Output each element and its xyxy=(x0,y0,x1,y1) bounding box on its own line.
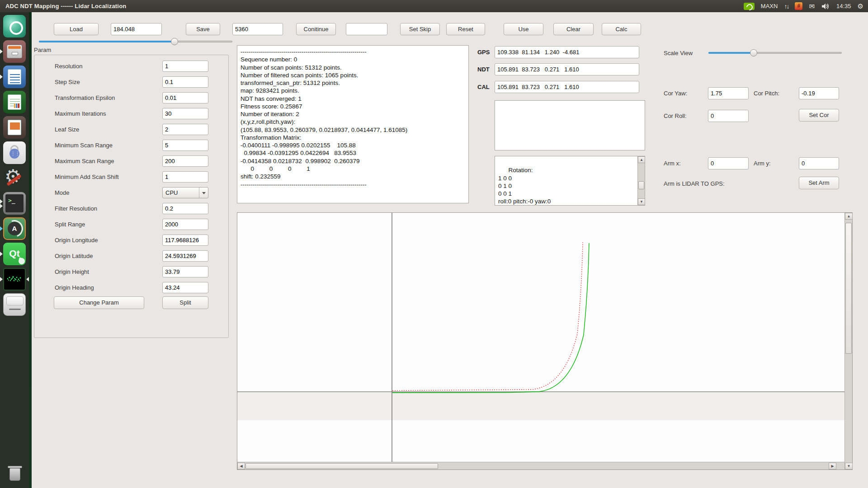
rotation-textview: Rotation: 1 0 0 0 1 0 0 0 1 roll:0 pitch… xyxy=(495,156,645,206)
dock-item-terminal[interactable]: >>__ xyxy=(0,192,29,215)
session-gear-icon[interactable]: ⚙ xyxy=(858,2,863,10)
origin-heading-input[interactable] xyxy=(162,282,208,293)
launcher-dock: ⚙ >>__ A Qt xyxy=(0,12,29,488)
scroll-up-icon[interactable]: ▲ xyxy=(845,213,853,220)
load-button[interactable]: Load xyxy=(54,23,99,35)
reset-button[interactable]: Reset xyxy=(446,23,485,35)
maximum-scan-range-input[interactable] xyxy=(162,155,208,167)
arm-y-input[interactable] xyxy=(799,157,839,169)
origin-longitude-input[interactable] xyxy=(162,235,208,246)
step-size-input[interactable] xyxy=(162,76,208,88)
sequence-slider-thumb[interactable] xyxy=(171,38,178,45)
continue-button[interactable]: Conitinue xyxy=(296,23,336,35)
libreoffice-writer-icon xyxy=(3,66,26,88)
save-button[interactable]: Save xyxy=(186,23,220,35)
chevron-down-icon xyxy=(199,188,208,198)
dock-item-trash[interactable] xyxy=(0,461,29,486)
plot-horizontal-scrollbar[interactable]: ◀ ▶ xyxy=(237,462,844,469)
clear-button[interactable]: Clear xyxy=(553,23,594,35)
dock-item-updater[interactable]: A xyxy=(0,217,29,240)
minimum-add-scan-shift-input[interactable] xyxy=(162,171,208,183)
leaf-size-input[interactable] xyxy=(162,124,208,135)
clock[interactable]: 14:35 xyxy=(836,3,851,9)
param-label: Filter Resolution xyxy=(55,205,97,212)
ndt-trajectory-path xyxy=(392,243,589,393)
window-title: ADC NDT Mapping ------ Lidar Localizatio… xyxy=(5,3,126,9)
scroll-down-icon[interactable]: ▼ xyxy=(845,463,853,469)
rotation-scrollbar[interactable]: ▲ ▼ xyxy=(637,156,645,205)
set-cor-button[interactable]: Set Cor xyxy=(799,109,839,122)
input-method-icon[interactable]: # xyxy=(795,2,802,10)
scroll-down-icon[interactable]: ▼ xyxy=(638,198,645,205)
dock-item-disk[interactable] xyxy=(0,293,29,316)
set-skip-button[interactable]: Set Skip xyxy=(400,23,440,35)
origin-height-input[interactable] xyxy=(162,266,208,277)
save-value-input[interactable] xyxy=(232,23,283,35)
nvidia-icon[interactable] xyxy=(744,3,755,10)
split-range-input[interactable] xyxy=(162,219,208,230)
running-indicator xyxy=(0,252,3,256)
cor-roll-input[interactable] xyxy=(708,110,749,122)
dock-item-lidar-viewer[interactable] xyxy=(0,268,29,291)
cor-pitch-input[interactable] xyxy=(799,87,839,99)
plot-vscrollbar-thumb[interactable] xyxy=(845,223,852,354)
param-label: Leaf Size xyxy=(55,126,79,133)
gps-pose-field[interactable] xyxy=(495,46,639,58)
cal-pose-field[interactable] xyxy=(495,81,639,93)
mail-icon[interactable]: ✉ xyxy=(809,2,815,10)
running-indicator xyxy=(0,226,3,231)
plot-hscrollbar-thumb[interactable] xyxy=(245,463,438,469)
minimum-scan-range-input[interactable] xyxy=(162,140,208,151)
param-label: Split Range xyxy=(55,221,85,228)
dock-item-impress[interactable] xyxy=(0,116,29,139)
scale-view-slider-thumb[interactable] xyxy=(750,49,757,56)
scroll-up-icon[interactable]: ▲ xyxy=(638,156,645,163)
load-value-input[interactable] xyxy=(111,23,162,35)
running-indicator xyxy=(0,204,3,208)
dock-item-dash[interactable] xyxy=(0,15,29,38)
arm-x-input[interactable] xyxy=(708,157,749,169)
param-label: Maximum Iterations xyxy=(55,110,106,117)
split-button[interactable]: Split xyxy=(162,296,208,309)
desktop: ADC NDT Mapping ------ Lidar Localizatio… xyxy=(0,0,868,488)
dock-item-qtcreator[interactable]: Qt xyxy=(0,243,29,265)
trajectory-canvas[interactable] xyxy=(237,213,845,463)
continue-value-input[interactable] xyxy=(346,23,387,35)
use-button[interactable]: Use xyxy=(504,23,543,35)
dock-item-writer[interactable] xyxy=(0,66,29,88)
dock-item-archive[interactable] xyxy=(0,40,29,63)
dock-item-settings[interactable]: ⚙ xyxy=(0,167,29,189)
param-label: Mode xyxy=(55,189,70,196)
mode-dropdown[interactable]: CPU xyxy=(162,187,208,198)
system-settings-icon: ⚙ xyxy=(3,167,26,189)
param-label: Origin Heading xyxy=(55,284,94,291)
origin-latitude-input[interactable] xyxy=(162,250,208,262)
param-label: Transformation Epsilon xyxy=(55,94,115,101)
rotation-scrollbar-thumb[interactable] xyxy=(638,181,644,189)
dock-item-calc[interactable] xyxy=(0,91,29,113)
scale-view-slider[interactable] xyxy=(708,49,842,56)
scroll-right-icon[interactable]: ▶ xyxy=(829,463,836,469)
set-arm-button[interactable]: Set Arm xyxy=(799,177,839,189)
volume-icon[interactable] xyxy=(821,3,830,10)
cor-yaw-label: Cor Yaw: xyxy=(664,90,687,97)
ndt-pose-field[interactable] xyxy=(495,63,639,75)
trajectory-plot[interactable]: ▲ ▼ ◀ ▶ xyxy=(237,212,853,470)
scroll-left-icon[interactable]: ◀ xyxy=(237,463,245,469)
ubuntu-dash-icon xyxy=(3,15,26,38)
calc-button[interactable]: Calc xyxy=(602,23,641,35)
transformation-epsilon-input[interactable] xyxy=(162,92,208,103)
cor-yaw-input[interactable] xyxy=(708,87,749,99)
lidar-pointcloud-icon xyxy=(3,268,26,291)
network-arrows-icon[interactable]: ↑↓ xyxy=(784,3,788,10)
maximum-iterations-input[interactable] xyxy=(162,108,208,119)
change-param-button[interactable]: Change Param xyxy=(54,296,144,309)
param-label: Step Size xyxy=(55,79,80,85)
ubuntu-software-icon xyxy=(3,141,26,164)
resolution-input[interactable] xyxy=(162,61,208,72)
plot-vertical-scrollbar[interactable]: ▲ ▼ xyxy=(844,213,852,469)
filter-resolution-input[interactable] xyxy=(162,203,208,214)
dock-item-software[interactable] xyxy=(0,141,29,164)
sequence-slider[interactable] xyxy=(39,38,232,45)
scale-view-label: Scale View xyxy=(664,50,693,56)
